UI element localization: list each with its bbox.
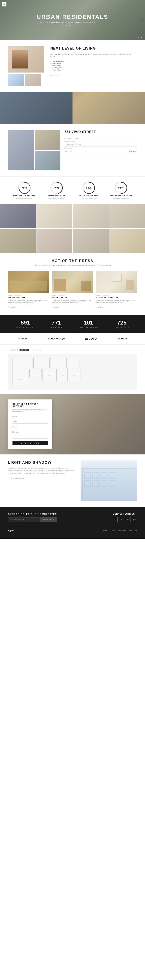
press-read-more-3[interactable]: Read More bbox=[96, 307, 103, 308]
nl-main-image bbox=[8, 46, 44, 73]
fp-2d-btn[interactable]: 2D VIEW bbox=[19, 349, 29, 351]
newsletter-top: SUBSCRIBE TO OuR NeWSLETTER Subscribe CO… bbox=[8, 513, 137, 522]
stat-desc-4: Lorem ipsum dolor sit amet bbox=[105, 197, 137, 199]
dark-stat-label-2: NEW DESIGN bbox=[51, 326, 62, 328]
linkedin-icon[interactable]: in bbox=[126, 517, 131, 522]
vivid-table: PROPERTY SIZE--- CONDITIONS--- ACCOMMODA… bbox=[64, 137, 137, 153]
press-grid: 2012 / TUESDAY WARM LUXURY Lorem ipsum d… bbox=[8, 271, 137, 309]
dark-stats-section: 591 FINISHED PROJECTS 771 NEW DESIGN 101… bbox=[0, 315, 145, 333]
press-card-1: 2012 / TUESDAY WARM LUXURY Lorem ipsum d… bbox=[8, 271, 49, 309]
nl-subscribe-btn[interactable]: Subscribe bbox=[40, 517, 57, 522]
press-card-title-1: WARM LUXURY bbox=[8, 296, 49, 299]
ps-form-desc: Lorem ipsum dolor sit amet, consectetur … bbox=[13, 409, 48, 413]
dark-stat-num-1: 591 bbox=[16, 320, 34, 326]
footer-links: Home About Services Contact bbox=[102, 530, 137, 531]
press-card-img-3 bbox=[96, 271, 137, 293]
footer-link-home[interactable]: Home bbox=[102, 530, 107, 531]
gallery-cell-7 bbox=[73, 229, 109, 253]
newsletter-email-row: Subscribe bbox=[8, 517, 57, 522]
vivid-content: 751 VIVID STREET PROPERTY SIZE--- CONDIT… bbox=[64, 130, 137, 170]
ps-form-title: SCHEDULE A PRIVATE SHOWING bbox=[13, 403, 48, 407]
ps-phone-input[interactable] bbox=[13, 425, 48, 429]
svg-rect-15 bbox=[101, 480, 107, 487]
twitter-icon[interactable]: t bbox=[119, 517, 124, 522]
nl-email-input[interactable] bbox=[8, 517, 40, 522]
logos-row: McHura LogoConcept mooto McHura bbox=[0, 333, 145, 345]
dark-stat-4: 725 HAPPY CLIENTS bbox=[115, 320, 129, 328]
fp-floor-btn[interactable]: 1ST FLOOR bbox=[31, 349, 43, 351]
list-item: Masterpiece bbox=[50, 62, 137, 64]
ps-email-input[interactable] bbox=[13, 420, 48, 424]
footer-link-services[interactable]: Services bbox=[118, 530, 126, 531]
dark-stat-2: 771 NEW DESIGN bbox=[51, 320, 62, 328]
newsletter-right: CONNECT WITH US f t in g+ bbox=[113, 513, 137, 522]
private-showing-section: SCHEDULE A PRIVATE SHOWING Lorem ipsum d… bbox=[0, 394, 145, 455]
facebook-icon[interactable]: f bbox=[113, 517, 118, 522]
ls-checkbox-row[interactable]: ✓ I had visited the place bbox=[8, 477, 75, 479]
floor-plan-img: Living Room Bedroom 1 Bedroom 2 Bath Kit… bbox=[8, 354, 137, 390]
press-read-more-1[interactable]: Read More bbox=[8, 307, 15, 308]
stat-label-3: AWARD WINNING BEST bbox=[72, 195, 105, 197]
stat-label-2: DESIGN SOLUTIONS bbox=[40, 195, 72, 197]
press-section: HOT OF THE PRESS Lorem ipsum consectetur… bbox=[0, 253, 145, 315]
stat-desc-2: Lorem ipsum dolor sit amet bbox=[40, 197, 72, 199]
hero-page-indicator: 01 / 06 bbox=[138, 37, 143, 39]
svg-rect-11 bbox=[101, 473, 107, 479]
dark-stat-3: 101 DIFFERENT MATERIALS bbox=[78, 320, 98, 328]
vivid-img-2 bbox=[35, 130, 61, 150]
dark-stat-num-2: 771 bbox=[51, 320, 62, 326]
svg-rect-12 bbox=[109, 473, 115, 479]
fp-3d-btn[interactable]: 3D VIEW bbox=[8, 349, 18, 351]
hero-subtitle: Lorem ipsum dolor sit amet, consectetur … bbox=[37, 21, 97, 26]
vivid-title: 751 VIVID STREET bbox=[64, 130, 137, 134]
press-tag-3: 2012 / TUESDAY bbox=[96, 294, 137, 296]
nl-small-image-1 bbox=[8, 74, 24, 86]
light-shadow-section: LIGHT AND SHADOW Lorem ipsum dolor sit a… bbox=[0, 455, 145, 507]
stat-label-4: GROUND BREAKING BEST bbox=[105, 195, 137, 197]
footer-bottom: Sajen Home About Services Contact bbox=[8, 526, 137, 533]
list-item: Gallery Court bbox=[50, 69, 137, 71]
connect-title: CONNECT WITH US bbox=[113, 513, 137, 515]
press-card-3: 2012 / TUESDAY CALM AFTERNOON Lorem ipsu… bbox=[96, 271, 137, 309]
gallery-cell-2 bbox=[37, 204, 72, 228]
ls-checkbox[interactable]: ✓ bbox=[8, 477, 10, 479]
footer-link-about[interactable]: About bbox=[109, 530, 115, 531]
social-icons: f t in g+ bbox=[113, 517, 137, 522]
press-read-more-2[interactable]: Read More bbox=[52, 307, 59, 308]
next-level-section: URBAN LIVING NEXT LEVEL OF LIVING Lorem … bbox=[0, 40, 145, 92]
stat-percent-2: 45% bbox=[54, 186, 59, 189]
ps-name-input[interactable] bbox=[13, 415, 48, 418]
ls-text: Lorem ipsum dolor sit amet, consectetur … bbox=[8, 467, 75, 475]
vivid-section: 751 VIVID STREET PROPERTY SIZE--- CONDIT… bbox=[0, 124, 145, 177]
press-card-img-1 bbox=[8, 271, 49, 293]
press-card-img-2 bbox=[52, 271, 93, 293]
svg-rect-13 bbox=[84, 480, 91, 487]
logo-3: mooto bbox=[85, 337, 97, 340]
press-card-title-3: CALM AFTERNOON bbox=[96, 296, 137, 299]
stat-item-1: 78% DISCOVER AND PROCESS Lorem ipsum dol… bbox=[8, 181, 40, 199]
list-item: Century View bbox=[50, 67, 137, 69]
fp-controls: 3D VIEW 2D VIEW 1ST FLOOR bbox=[8, 349, 137, 351]
newsletter-left: SUBSCRIBE TO OuR NeWSLETTER Subscribe bbox=[8, 513, 57, 522]
footer-link-contact[interactable]: Contact bbox=[129, 530, 137, 531]
stat-label-1: DISCOVER AND PROCESS bbox=[8, 195, 40, 197]
ps-message-input[interactable] bbox=[13, 431, 48, 439]
site-logo: S. bbox=[2, 2, 6, 6]
ps-submit-btn[interactable]: APPLY A SHOWING bbox=[13, 441, 48, 445]
gallery-cell-3 bbox=[73, 204, 109, 228]
dark-stat-num-3: 101 bbox=[78, 320, 98, 326]
next-level-list: The Great Lions Masterpiece Grand View C… bbox=[50, 60, 137, 71]
ls-checkbox-label: I had visited the place bbox=[11, 477, 25, 479]
next-level-cta[interactable]: Read More bbox=[50, 75, 58, 77]
hero-nav[interactable] bbox=[140, 19, 143, 21]
ls-content: LIGHT AND SHADOW Lorem ipsum dolor sit a… bbox=[8, 460, 75, 501]
next-level-content: NEXT LEVEL OF LIVING Lorem ipsum dolor s… bbox=[50, 46, 137, 77]
gallery-grid bbox=[0, 204, 145, 253]
wide-strip-image bbox=[0, 92, 145, 124]
hero-section: S. URBAN RESIDENTALS Lorem ipsum dolor s… bbox=[0, 0, 145, 40]
ps-form-card: SCHEDULE A PRIVATE SHOWING Lorem ipsum d… bbox=[8, 399, 53, 449]
stat-item-3: 68% AWARD WINNING BEST Lorem ipsum dolor… bbox=[72, 181, 105, 199]
google-plus-icon[interactable]: g+ bbox=[132, 517, 137, 522]
footer-logo: Sajen bbox=[8, 530, 14, 533]
press-tag-2: 2012 / TUESDAY bbox=[52, 294, 93, 296]
